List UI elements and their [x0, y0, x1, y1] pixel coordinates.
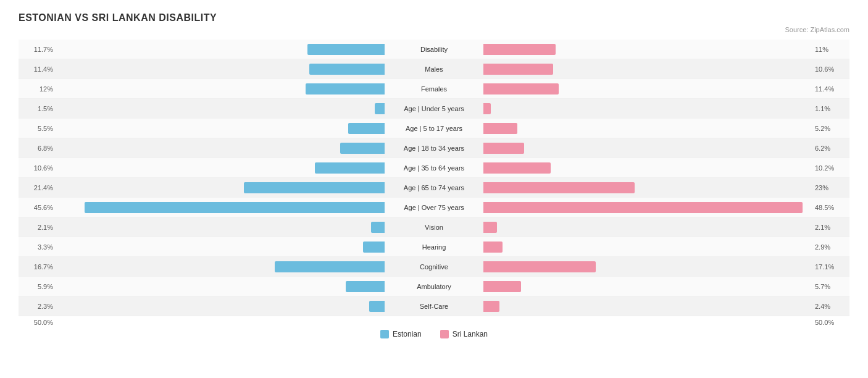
left-bar — [275, 261, 385, 272]
left-value: 11.7% — [19, 46, 56, 53]
left-bar — [244, 182, 385, 193]
left-value: 11.4% — [19, 65, 56, 73]
left-bar — [363, 242, 385, 253]
right-value: 11% — [812, 46, 849, 53]
right-bar-container — [483, 143, 812, 154]
legend-srilankan-box — [440, 330, 449, 338]
right-bar-container — [483, 83, 812, 94]
right-bar — [483, 83, 559, 94]
right-bar — [483, 103, 491, 114]
bar-row: 2.3% Self-Care 2.4% — [19, 296, 849, 316]
right-value: 10.6% — [812, 65, 849, 73]
legend: Estonian Sri Lankan — [19, 330, 849, 338]
left-bar-container — [56, 202, 385, 213]
right-value: 6.2% — [812, 145, 849, 152]
bar-row: 16.7% Cognitive 17.1% — [19, 257, 849, 277]
right-bar-container — [483, 123, 812, 134]
left-bar — [340, 143, 385, 154]
left-bar — [369, 301, 385, 312]
bar-row: 11.7% Disability 11% — [19, 40, 849, 59]
left-bar — [307, 44, 385, 55]
right-bar-container — [483, 44, 812, 55]
legend-srilankan: Sri Lankan — [440, 330, 488, 338]
bar-row: 45.6% Age | Over 75 years 48.5% — [19, 198, 849, 217]
right-bar — [483, 143, 524, 154]
bar-row: 10.6% Age | 35 to 64 years 10.2% — [19, 158, 849, 178]
bar-row: 11.4% Males 10.6% — [19, 59, 849, 79]
left-bar-container — [56, 83, 385, 94]
axis-left-label: 50.0% — [19, 319, 56, 326]
bar-row: 12% Females 11.4% — [19, 79, 849, 99]
left-bar-container — [56, 301, 385, 312]
left-bar-container — [56, 103, 385, 114]
right-value: 23% — [812, 184, 849, 191]
row-label: Age | 65 to 74 years — [385, 184, 483, 191]
right-bar — [483, 202, 803, 213]
row-label: Self-Care — [385, 303, 483, 310]
right-bar — [483, 123, 517, 134]
right-value: 5.7% — [812, 283, 849, 290]
bar-row: 1.5% Age | Under 5 years 1.1% — [19, 99, 849, 119]
axis-row: 50.0% 50.0% — [19, 319, 849, 326]
right-bar — [483, 162, 551, 174]
left-value: 10.6% — [19, 164, 56, 172]
left-bar-container — [56, 162, 385, 174]
left-value: 2.1% — [19, 224, 56, 231]
right-bar-container — [483, 202, 812, 213]
right-bar-container — [483, 242, 812, 253]
axis-right-label: 50.0% — [812, 319, 849, 326]
left-value: 5.9% — [19, 283, 56, 290]
right-value: 17.1% — [812, 263, 849, 271]
right-value: 10.2% — [812, 164, 849, 172]
right-bar-container — [483, 64, 812, 75]
right-bar — [483, 64, 553, 75]
row-label: Age | 5 to 17 years — [385, 125, 483, 132]
bar-row: 6.8% Age | 18 to 34 years 6.2% — [19, 138, 849, 158]
right-bar — [483, 261, 596, 272]
right-value: 11.4% — [812, 85, 849, 93]
left-bar — [371, 222, 385, 233]
left-bar-container — [56, 143, 385, 154]
source-label: Source: ZipAtlas.com — [19, 26, 849, 33]
row-label: Age | 35 to 64 years — [385, 164, 483, 172]
left-bar-container — [56, 242, 385, 253]
left-value: 16.7% — [19, 263, 56, 271]
left-bar — [348, 123, 385, 134]
right-bar-container — [483, 162, 812, 174]
row-label: Age | Under 5 years — [385, 105, 483, 112]
left-bar — [85, 202, 385, 213]
bar-row: 5.5% Age | 5 to 17 years 5.2% — [19, 119, 849, 138]
left-value: 3.3% — [19, 243, 56, 251]
left-bar-container — [56, 222, 385, 233]
legend-srilankan-label: Sri Lankan — [453, 330, 488, 338]
left-bar-container — [56, 261, 385, 272]
legend-estonian-label: Estonian — [393, 330, 422, 338]
right-bar — [483, 182, 635, 193]
right-bar — [483, 301, 499, 312]
legend-estonian: Estonian — [380, 330, 422, 338]
right-bar-container — [483, 261, 812, 272]
right-value: 5.2% — [812, 125, 849, 132]
bar-row: 5.9% Ambulatory 5.7% — [19, 277, 849, 296]
left-bar — [375, 103, 385, 114]
right-bar-container — [483, 301, 812, 312]
right-bar-container — [483, 222, 812, 233]
left-bar — [309, 64, 385, 75]
left-value: 2.3% — [19, 303, 56, 310]
row-label: Age | Over 75 years — [385, 204, 483, 211]
left-value: 6.8% — [19, 145, 56, 152]
left-bar-container — [56, 64, 385, 75]
chart-title: ESTONIAN VS SRI LANKAN DISABILITY — [19, 12, 849, 23]
bar-row: 3.3% Hearing 2.9% — [19, 237, 849, 257]
row-label: Cognitive — [385, 263, 483, 271]
right-bar — [483, 222, 497, 233]
left-value: 1.5% — [19, 105, 56, 112]
row-label: Females — [385, 85, 483, 93]
right-bar — [483, 281, 521, 292]
row-label: Males — [385, 65, 483, 73]
right-value: 1.1% — [812, 105, 849, 112]
row-label: Vision — [385, 224, 483, 231]
bar-row: 2.1% Vision 2.1% — [19, 217, 849, 237]
left-value: 21.4% — [19, 184, 56, 191]
right-value: 2.9% — [812, 243, 849, 251]
